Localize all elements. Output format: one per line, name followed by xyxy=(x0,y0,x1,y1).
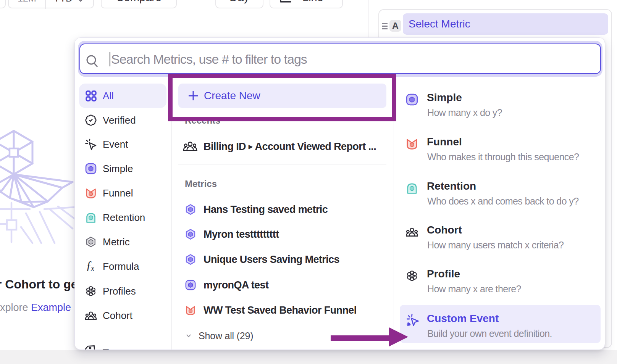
svg-text:x: x xyxy=(90,264,94,272)
